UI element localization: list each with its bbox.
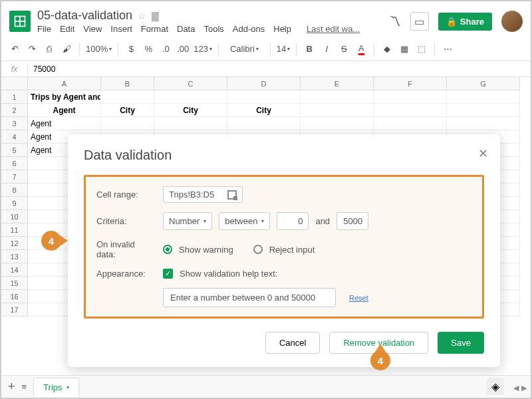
number-format-dropdown[interactable]: 123 ▾: [194, 44, 212, 54]
menu-help[interactable]: Help: [273, 24, 291, 34]
menu-insert[interactable]: Insert: [110, 24, 132, 34]
col-header[interactable]: C: [154, 77, 227, 90]
cell-range-input[interactable]: Trips!B3:D5: [163, 186, 243, 203]
invalid-data-label: On invalid data:: [96, 239, 156, 259]
text-color-button[interactable]: A: [354, 43, 368, 56]
paint-format-icon[interactable]: 🖌: [60, 43, 73, 56]
col-header[interactable]: G: [447, 77, 520, 90]
show-warning-label[interactable]: Show warning: [179, 245, 233, 255]
bold-button[interactable]: B: [303, 43, 316, 56]
criteria-high-input[interactable]: 5000: [336, 212, 368, 230]
show-warning-radio[interactable]: [163, 245, 172, 254]
font-dropdown[interactable]: Calibri ▾: [225, 44, 264, 54]
callout-badge: 4: [41, 231, 61, 251]
fill-color-button[interactable]: ◆: [380, 43, 394, 56]
undo-icon[interactable]: ↶: [8, 43, 21, 56]
borders-button[interactable]: ▦: [398, 43, 411, 56]
avatar[interactable]: [501, 11, 523, 32]
criteria-label: Criteria:: [96, 216, 156, 226]
toolbar: ↶ ↷ ⎙ 🖌 100% ▾ $ % .0 .00 123 ▾ Calibri …: [1, 37, 531, 61]
menu-edit[interactable]: Edit: [60, 24, 74, 34]
explore-button[interactable]: ◈: [487, 378, 504, 395]
comments-button[interactable]: ▭: [410, 12, 429, 31]
zoom-dropdown[interactable]: 100% ▾: [86, 44, 112, 54]
data-validation-dialog: Data validation ✕ Cell range: Trips!B3:D…: [68, 134, 500, 367]
appearance-label: Appearance:: [96, 269, 156, 279]
help-text-checkbox[interactable]: ✓: [163, 269, 173, 279]
fx-label: fx: [1, 65, 28, 74]
menu-bar: File Edit View Insert Format Data Tools …: [37, 24, 389, 34]
decrease-decimal[interactable]: .0: [159, 43, 172, 56]
formula-input[interactable]: 75000: [28, 65, 55, 74]
strike-button[interactable]: S: [337, 43, 350, 56]
select-range-icon[interactable]: [227, 190, 237, 200]
reject-input-radio[interactable]: [253, 245, 263, 254]
criteria-low-input[interactable]: 0: [277, 212, 309, 230]
cell-range-label: Cell range:: [96, 190, 156, 200]
col-header[interactable]: E: [301, 77, 374, 90]
format-percent[interactable]: %: [142, 43, 155, 56]
scroll-arrows[interactable]: ◀▶: [513, 384, 527, 392]
lock-icon: 🔒: [446, 17, 457, 27]
criteria-type-dropdown[interactable]: Number▾: [163, 212, 212, 230]
callout-badge: 4: [370, 350, 390, 370]
dialog-title: Data validation: [84, 148, 484, 163]
sheets-logo-icon: [9, 11, 31, 32]
title-bar: 05-data-validation ☆ ▇ File Edit View In…: [1, 1, 531, 37]
menu-addons[interactable]: Add-ons: [233, 24, 265, 34]
font-size-dropdown[interactable]: 14 ▾: [277, 44, 290, 54]
sheet-tab[interactable]: Trips▾: [33, 378, 78, 396]
menu-format[interactable]: Format: [141, 24, 168, 34]
more-toolbar-icon[interactable]: ⋯: [441, 43, 454, 56]
increase-decimal[interactable]: .00: [176, 43, 190, 56]
menu-view[interactable]: View: [83, 24, 102, 34]
cancel-button[interactable]: Cancel: [265, 332, 320, 354]
criteria-operator-dropdown[interactable]: between▾: [219, 212, 270, 230]
print-icon[interactable]: ⎙: [43, 43, 56, 56]
chart-icon[interactable]: 〽: [389, 15, 401, 29]
col-header[interactable]: F: [374, 77, 447, 90]
italic-button[interactable]: I: [320, 43, 333, 56]
reject-input-label[interactable]: Reject input: [269, 245, 315, 255]
last-edit-link[interactable]: Last edit wa...: [307, 24, 360, 34]
help-text-input[interactable]: Enter a number between 0 and 50000: [163, 288, 336, 307]
col-header[interactable]: A: [28, 77, 101, 90]
merge-button[interactable]: ⬚: [415, 43, 428, 56]
col-header[interactable]: D: [227, 77, 301, 90]
reset-link[interactable]: Reset: [349, 294, 368, 302]
redo-icon[interactable]: ↷: [25, 43, 39, 56]
sheet-bar: + ≡ Trips▾: [1, 375, 531, 398]
document-title[interactable]: 05-data-validation: [37, 9, 132, 23]
star-icon[interactable]: ☆: [138, 11, 146, 21]
and-label: and: [315, 216, 330, 226]
share-button[interactable]: 🔒Share: [438, 13, 492, 31]
menu-file[interactable]: File: [37, 24, 51, 34]
save-button[interactable]: Save: [438, 332, 484, 354]
menu-data[interactable]: Data: [177, 24, 195, 34]
col-header[interactable]: B: [101, 77, 154, 90]
folder-icon[interactable]: ▇: [152, 11, 159, 21]
all-sheets-button[interactable]: ≡: [22, 382, 27, 392]
menu-tools[interactable]: Tools: [203, 24, 223, 34]
add-sheet-button[interactable]: +: [8, 380, 15, 394]
help-text-label[interactable]: Show validation help text:: [180, 269, 277, 279]
close-icon[interactable]: ✕: [478, 146, 488, 161]
formula-bar: fx 75000: [1, 61, 531, 77]
format-currency[interactable]: $: [124, 43, 138, 56]
